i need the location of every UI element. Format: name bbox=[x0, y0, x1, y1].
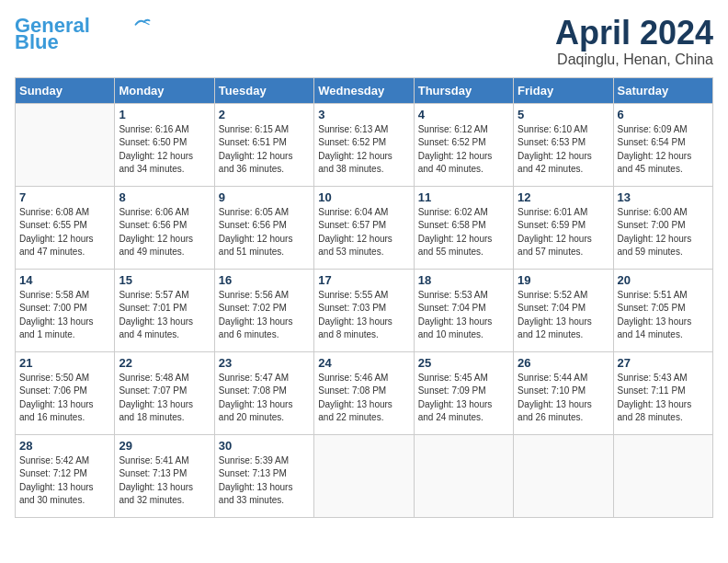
day-number: 14 bbox=[19, 273, 110, 287]
logo-bird-icon bbox=[134, 17, 151, 30]
weekday-header-wednesday: Wednesday bbox=[314, 77, 414, 103]
calendar-subtitle: Daqinglu, Henan, China bbox=[555, 52, 713, 68]
day-number: 22 bbox=[119, 356, 210, 370]
title-block: April 2024 Daqinglu, Henan, China bbox=[555, 15, 713, 68]
day-number: 26 bbox=[518, 356, 609, 370]
calendar-cell bbox=[414, 434, 513, 517]
week-row-5: 28Sunrise: 5:42 AM Sunset: 7:12 PM Dayli… bbox=[16, 434, 713, 517]
day-number: 4 bbox=[418, 108, 509, 121]
calendar-cell: 6Sunrise: 6:09 AM Sunset: 6:54 PM Daylig… bbox=[613, 103, 712, 186]
week-row-3: 14Sunrise: 5:58 AM Sunset: 7:00 PM Dayli… bbox=[16, 269, 713, 351]
day-info: Sunrise: 6:15 AM Sunset: 6:51 PM Dayligh… bbox=[219, 123, 310, 177]
day-info: Sunrise: 6:01 AM Sunset: 6:59 PM Dayligh… bbox=[518, 206, 609, 259]
calendar-cell: 17Sunrise: 5:55 AM Sunset: 7:03 PM Dayli… bbox=[314, 269, 414, 351]
day-info: Sunrise: 5:55 AM Sunset: 7:03 PM Dayligh… bbox=[318, 289, 409, 342]
day-number: 1 bbox=[119, 108, 210, 121]
calendar-cell: 19Sunrise: 5:52 AM Sunset: 7:04 PM Dayli… bbox=[514, 269, 613, 351]
day-number: 21 bbox=[19, 356, 110, 370]
day-number: 8 bbox=[119, 190, 210, 204]
calendar-cell: 13Sunrise: 6:00 AM Sunset: 7:00 PM Dayli… bbox=[613, 186, 712, 269]
day-info: Sunrise: 6:00 AM Sunset: 7:00 PM Dayligh… bbox=[618, 206, 709, 259]
week-row-2: 7Sunrise: 6:08 AM Sunset: 6:55 PM Daylig… bbox=[16, 186, 713, 269]
day-info: Sunrise: 6:16 AM Sunset: 6:50 PM Dayligh… bbox=[119, 123, 210, 177]
day-info: Sunrise: 5:52 AM Sunset: 7:04 PM Dayligh… bbox=[518, 289, 609, 342]
calendar-cell bbox=[514, 434, 613, 517]
calendar-cell: 9Sunrise: 6:05 AM Sunset: 6:56 PM Daylig… bbox=[214, 186, 313, 269]
day-info: Sunrise: 5:47 AM Sunset: 7:08 PM Dayligh… bbox=[219, 372, 310, 425]
weekday-header-sunday: Sunday bbox=[16, 77, 115, 103]
calendar-cell: 14Sunrise: 5:58 AM Sunset: 7:00 PM Dayli… bbox=[16, 269, 115, 351]
day-number: 30 bbox=[219, 439, 310, 453]
day-number: 11 bbox=[418, 190, 509, 204]
calendar-cell: 22Sunrise: 5:48 AM Sunset: 7:07 PM Dayli… bbox=[115, 351, 214, 434]
day-number: 28 bbox=[19, 439, 110, 453]
day-info: Sunrise: 6:06 AM Sunset: 6:56 PM Dayligh… bbox=[119, 206, 210, 259]
calendar-title: April 2024 bbox=[555, 15, 713, 52]
weekday-header-saturday: Saturday bbox=[613, 77, 712, 103]
day-number: 15 bbox=[119, 273, 210, 287]
day-info: Sunrise: 5:51 AM Sunset: 7:05 PM Dayligh… bbox=[618, 289, 709, 342]
calendar-cell: 24Sunrise: 5:46 AM Sunset: 7:08 PM Dayli… bbox=[314, 351, 414, 434]
logo: General Blue bbox=[15, 15, 151, 53]
day-info: Sunrise: 5:42 AM Sunset: 7:12 PM Dayligh… bbox=[19, 454, 110, 508]
week-row-1: 1Sunrise: 6:16 AM Sunset: 6:50 PM Daylig… bbox=[16, 103, 713, 186]
calendar-cell: 30Sunrise: 5:39 AM Sunset: 7:13 PM Dayli… bbox=[214, 434, 313, 517]
calendar-cell: 1Sunrise: 6:16 AM Sunset: 6:50 PM Daylig… bbox=[115, 103, 214, 186]
day-info: Sunrise: 5:48 AM Sunset: 7:07 PM Dayligh… bbox=[119, 372, 210, 425]
week-row-4: 21Sunrise: 5:50 AM Sunset: 7:06 PM Dayli… bbox=[16, 351, 713, 434]
calendar-cell: 25Sunrise: 5:45 AM Sunset: 7:09 PM Dayli… bbox=[414, 351, 513, 434]
calendar-cell bbox=[16, 103, 115, 186]
calendar-cell: 29Sunrise: 5:41 AM Sunset: 7:13 PM Dayli… bbox=[115, 434, 214, 517]
calendar-cell bbox=[613, 434, 712, 517]
calendar-cell: 23Sunrise: 5:47 AM Sunset: 7:08 PM Dayli… bbox=[214, 351, 313, 434]
day-number: 10 bbox=[318, 190, 409, 204]
day-info: Sunrise: 5:53 AM Sunset: 7:04 PM Dayligh… bbox=[418, 289, 509, 342]
calendar-cell: 10Sunrise: 6:04 AM Sunset: 6:57 PM Dayli… bbox=[314, 186, 414, 269]
calendar-cell: 20Sunrise: 5:51 AM Sunset: 7:05 PM Dayli… bbox=[613, 269, 712, 351]
day-info: Sunrise: 6:13 AM Sunset: 6:52 PM Dayligh… bbox=[318, 123, 409, 177]
calendar-cell: 8Sunrise: 6:06 AM Sunset: 6:56 PM Daylig… bbox=[115, 186, 214, 269]
day-number: 23 bbox=[219, 356, 310, 370]
calendar-cell: 2Sunrise: 6:15 AM Sunset: 6:51 PM Daylig… bbox=[214, 103, 313, 186]
day-info: Sunrise: 5:56 AM Sunset: 7:02 PM Dayligh… bbox=[219, 289, 310, 342]
day-number: 12 bbox=[518, 190, 609, 204]
weekday-header-thursday: Thursday bbox=[414, 77, 513, 103]
day-number: 6 bbox=[618, 108, 709, 121]
calendar-cell: 5Sunrise: 6:10 AM Sunset: 6:53 PM Daylig… bbox=[514, 103, 613, 186]
day-info: Sunrise: 5:39 AM Sunset: 7:13 PM Dayligh… bbox=[219, 454, 310, 508]
calendar-cell: 27Sunrise: 5:43 AM Sunset: 7:11 PM Dayli… bbox=[613, 351, 712, 434]
day-info: Sunrise: 6:12 AM Sunset: 6:52 PM Dayligh… bbox=[418, 123, 509, 177]
calendar-cell: 28Sunrise: 5:42 AM Sunset: 7:12 PM Dayli… bbox=[16, 434, 115, 517]
day-info: Sunrise: 5:57 AM Sunset: 7:01 PM Dayligh… bbox=[119, 289, 210, 342]
day-info: Sunrise: 6:09 AM Sunset: 6:54 PM Dayligh… bbox=[618, 123, 709, 177]
calendar-cell: 7Sunrise: 6:08 AM Sunset: 6:55 PM Daylig… bbox=[16, 186, 115, 269]
weekday-header-monday: Monday bbox=[115, 77, 214, 103]
weekday-header-row: SundayMondayTuesdayWednesdayThursdayFrid… bbox=[16, 77, 713, 103]
calendar-cell: 18Sunrise: 5:53 AM Sunset: 7:04 PM Dayli… bbox=[414, 269, 513, 351]
calendar-cell: 26Sunrise: 5:44 AM Sunset: 7:10 PM Dayli… bbox=[514, 351, 613, 434]
calendar-cell: 12Sunrise: 6:01 AM Sunset: 6:59 PM Dayli… bbox=[514, 186, 613, 269]
day-number: 19 bbox=[518, 273, 609, 287]
day-info: Sunrise: 5:44 AM Sunset: 7:10 PM Dayligh… bbox=[518, 372, 609, 425]
day-number: 20 bbox=[618, 273, 709, 287]
day-info: Sunrise: 5:58 AM Sunset: 7:00 PM Dayligh… bbox=[19, 289, 110, 342]
calendar-cell: 15Sunrise: 5:57 AM Sunset: 7:01 PM Dayli… bbox=[115, 269, 214, 351]
day-number: 9 bbox=[219, 190, 310, 204]
day-info: Sunrise: 6:08 AM Sunset: 6:55 PM Dayligh… bbox=[19, 206, 110, 259]
day-info: Sunrise: 5:43 AM Sunset: 7:11 PM Dayligh… bbox=[618, 372, 709, 425]
day-info: Sunrise: 5:46 AM Sunset: 7:08 PM Dayligh… bbox=[318, 372, 409, 425]
calendar-cell bbox=[314, 434, 414, 517]
weekday-header-tuesday: Tuesday bbox=[214, 77, 313, 103]
day-info: Sunrise: 6:02 AM Sunset: 6:58 PM Dayligh… bbox=[418, 206, 509, 259]
day-info: Sunrise: 5:50 AM Sunset: 7:06 PM Dayligh… bbox=[19, 372, 110, 425]
day-number: 24 bbox=[318, 356, 409, 370]
calendar-cell: 3Sunrise: 6:13 AM Sunset: 6:52 PM Daylig… bbox=[314, 103, 414, 186]
day-info: Sunrise: 5:45 AM Sunset: 7:09 PM Dayligh… bbox=[418, 372, 509, 425]
day-number: 27 bbox=[618, 356, 709, 370]
weekday-header-friday: Friday bbox=[514, 77, 613, 103]
calendar-cell: 21Sunrise: 5:50 AM Sunset: 7:06 PM Dayli… bbox=[16, 351, 115, 434]
calendar-cell: 4Sunrise: 6:12 AM Sunset: 6:52 PM Daylig… bbox=[414, 103, 513, 186]
day-number: 5 bbox=[518, 108, 609, 121]
day-number: 18 bbox=[418, 273, 509, 287]
page-header: General Blue April 2024 Daqinglu, Henan,… bbox=[15, 15, 713, 68]
